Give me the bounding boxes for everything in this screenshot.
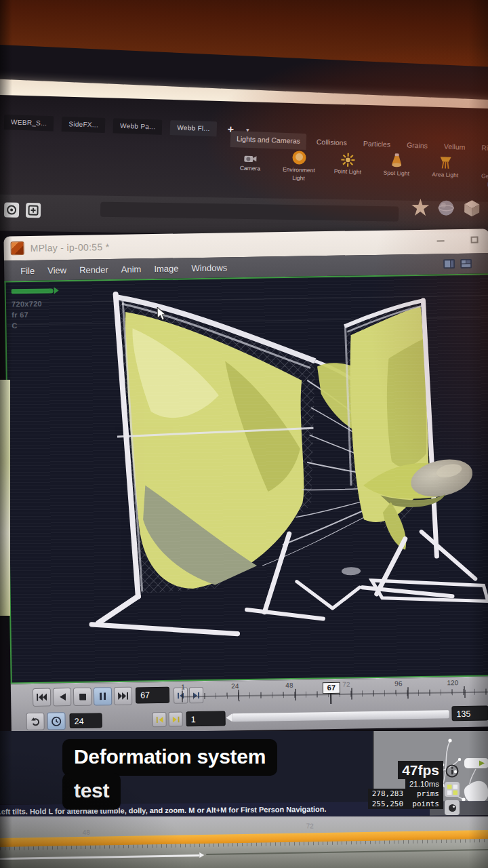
taskbar-icon-settings[interactable] bbox=[26, 203, 41, 218]
desktop-tab[interactable]: Webb Pa... bbox=[113, 118, 163, 134]
taskbar-icon-record[interactable] bbox=[4, 202, 19, 217]
tool-label: Spot Light bbox=[383, 170, 409, 178]
loop-mode-button[interactable] bbox=[26, 713, 44, 730]
menu-anim[interactable]: Anim bbox=[121, 264, 142, 274]
houdini-timeline[interactable]: 48 72 bbox=[0, 816, 488, 868]
tool-spot-light[interactable]: Spot Light bbox=[375, 152, 418, 191]
menu-windows[interactable]: Windows bbox=[191, 262, 227, 273]
points-readout: 255,250 points bbox=[368, 799, 443, 809]
menu-render[interactable]: Render bbox=[79, 264, 108, 275]
render-fence-simulation bbox=[5, 275, 488, 682]
ruler-label: 24 bbox=[231, 682, 239, 690]
range-slider-bar[interactable] bbox=[232, 710, 449, 722]
render-progress-bar bbox=[12, 287, 59, 294]
realtime-toggle-button[interactable] bbox=[47, 712, 65, 730]
cube-icon[interactable] bbox=[462, 199, 481, 220]
tool-environment-light[interactable]: Environment Light bbox=[277, 149, 321, 188]
ruler-label: 72 bbox=[342, 681, 350, 688]
mplay-window: MPlay - ip-00:55 * File View Render Anim… bbox=[3, 229, 488, 735]
ruler-label: 120 bbox=[447, 679, 458, 686]
stop-button[interactable] bbox=[73, 688, 92, 706]
jump-end-button[interactable] bbox=[114, 687, 132, 705]
menu-image[interactable]: Image bbox=[154, 263, 178, 274]
stop-icon bbox=[79, 693, 86, 700]
resolution-label: 720x720 bbox=[12, 298, 42, 310]
camera-icon bbox=[243, 148, 258, 165]
info-button[interactable] bbox=[445, 764, 460, 778]
mplay-app-icon bbox=[11, 241, 24, 255]
target-icon bbox=[5, 203, 18, 216]
current-frame-field[interactable]: 67 bbox=[136, 687, 169, 704]
loop-icon bbox=[30, 717, 40, 726]
layout-split-icon[interactable] bbox=[460, 259, 472, 269]
frame-ruler[interactable]: 1 24 48 72 96 120 67 bbox=[182, 679, 488, 709]
sphere-icon[interactable] bbox=[436, 198, 455, 220]
star-icon[interactable] bbox=[411, 198, 430, 220]
play-reverse-button[interactable] bbox=[53, 688, 71, 706]
ruler-label: 1 bbox=[181, 683, 185, 690]
gear-icon bbox=[26, 203, 40, 217]
grid-icon bbox=[447, 785, 458, 795]
desktop-tab-active[interactable]: Webb Fl... bbox=[170, 120, 217, 136]
tool-label: Point Light bbox=[334, 168, 361, 176]
play-reverse-icon bbox=[59, 693, 66, 701]
jump-start-button[interactable] bbox=[33, 688, 51, 707]
shelf-tab-particles[interactable]: Particles bbox=[357, 136, 396, 153]
menu-view[interactable]: View bbox=[47, 265, 66, 275]
pause-button[interactable] bbox=[94, 687, 112, 705]
shelf-tab-grains[interactable]: Grains bbox=[401, 137, 434, 155]
maximize-button[interactable] bbox=[470, 237, 478, 243]
current-frame-tick bbox=[330, 694, 331, 704]
camera-snapshot-icon bbox=[447, 804, 458, 812]
adjacent-window-sliver bbox=[0, 380, 10, 616]
fps-field[interactable]: 24 bbox=[69, 713, 102, 728]
range-start-icon bbox=[156, 716, 163, 722]
viewport-info-overlay: 720x720 fr 67 C bbox=[12, 298, 43, 332]
ruler-label: 48 bbox=[285, 682, 293, 689]
pause-icon bbox=[100, 692, 106, 700]
spot-light-icon bbox=[390, 153, 404, 170]
range-end-icon bbox=[172, 716, 179, 722]
desktop-tab[interactable]: SideFX... bbox=[62, 117, 106, 133]
info-icon bbox=[445, 764, 459, 778]
menu-file[interactable]: File bbox=[20, 265, 35, 275]
current-frame-indicator[interactable]: 67 bbox=[323, 682, 340, 694]
range-end-button[interactable] bbox=[168, 711, 182, 726]
range-start-field[interactable]: 1 bbox=[186, 711, 225, 726]
environment-light-icon bbox=[291, 149, 308, 166]
viewport-icon-column bbox=[445, 764, 460, 815]
frame-label: fr 67 bbox=[12, 309, 42, 321]
desktop-tab[interactable]: WEBR_S... bbox=[4, 115, 54, 131]
timeline-track bbox=[206, 849, 488, 855]
tool-camera[interactable]: Camera bbox=[228, 147, 272, 186]
ruler-label: 96 bbox=[394, 679, 402, 687]
houdini-lower-area: 47fps 21.10ms 278,283 prims 255,250 poin… bbox=[0, 731, 488, 868]
caption-line-2: test bbox=[62, 773, 121, 810]
snapshot-button[interactable] bbox=[445, 800, 460, 815]
image-viewport[interactable]: 720x720 fr 67 C bbox=[4, 273, 488, 684]
tool-geometry-light[interactable]: Geometry Light bbox=[472, 155, 488, 195]
grid-view-button[interactable] bbox=[445, 782, 460, 797]
fps-readout: 47fps bbox=[398, 761, 443, 779]
timeline-slider[interactable] bbox=[0, 854, 199, 860]
point-light-icon bbox=[340, 151, 356, 167]
jump-start-icon bbox=[37, 694, 47, 701]
tool-label: Area Light bbox=[432, 172, 458, 179]
range-slider[interactable]: 135 bbox=[225, 705, 488, 726]
tool-area-light[interactable]: Area Light bbox=[424, 154, 467, 193]
range-end-field[interactable]: 135 bbox=[451, 705, 488, 721]
minimize-button[interactable] bbox=[437, 240, 445, 241]
shelf-tab-vellum[interactable]: Vellum bbox=[437, 138, 471, 156]
area-light-icon bbox=[437, 154, 454, 171]
range-start-button[interactable] bbox=[152, 712, 166, 727]
tool-point-light[interactable]: Point Light bbox=[326, 151, 369, 190]
window-title: MPlay - ip-00:55 * bbox=[30, 241, 110, 254]
clock-icon bbox=[52, 716, 62, 726]
help-text: Left tilts. Hold L for alternate tumble,… bbox=[0, 805, 327, 816]
shelf-tab-collisions[interactable]: Collisions bbox=[310, 134, 353, 151]
layout-single-icon[interactable] bbox=[443, 259, 455, 269]
monitor-photo: WEBR_S... SideFX... Webb Pa... Webb Fl..… bbox=[0, 0, 488, 868]
tool-label: Camera bbox=[240, 165, 261, 172]
prims-readout: 278,283 prims bbox=[368, 789, 443, 799]
tool-label: Geometry bbox=[481, 173, 488, 180]
